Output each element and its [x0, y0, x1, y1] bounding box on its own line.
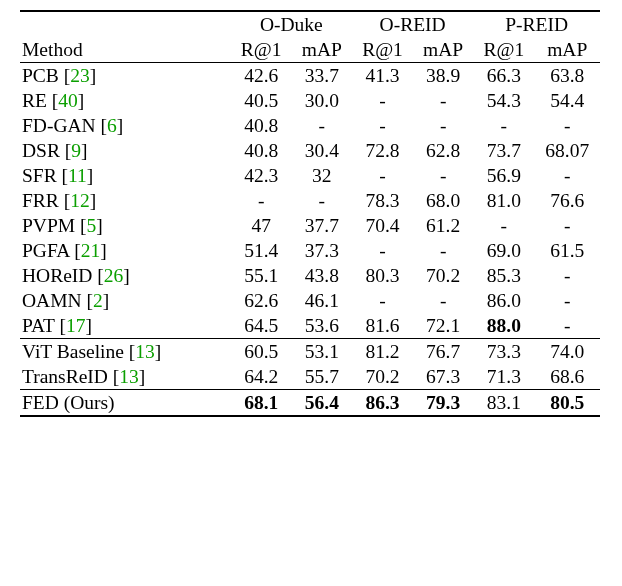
method-name: FRR: [22, 190, 59, 211]
method-name: FED (Ours): [22, 392, 115, 413]
cell: -: [413, 238, 473, 263]
cell: 54.4: [534, 88, 600, 113]
cell: 51.4: [231, 238, 292, 263]
cell: -: [352, 238, 413, 263]
citation-link[interactable]: 11: [68, 165, 87, 186]
col-sub: mAP: [534, 37, 600, 63]
table-row: PVPM [5] 47 37.7 70.4 61.2 - -: [20, 213, 600, 238]
cell: 30.0: [292, 88, 352, 113]
cell: 43.8: [292, 263, 352, 288]
cell: 62.6: [231, 288, 292, 313]
cell: 46.1: [292, 288, 352, 313]
table-row: PGFA [21] 51.4 37.3 - - 69.0 61.5: [20, 238, 600, 263]
method-name: TransReID: [22, 366, 108, 387]
cell: 40.5: [231, 88, 292, 113]
cell: 53.6: [292, 313, 352, 339]
method-name: PCB: [22, 65, 59, 86]
method-header: Method: [20, 37, 231, 63]
cell: -: [534, 313, 600, 339]
table-row: FRR [12] - - 78.3 68.0 81.0 76.6: [20, 188, 600, 213]
cell: 42.3: [231, 163, 292, 188]
cell: 86.0: [473, 288, 534, 313]
cell: -: [534, 213, 600, 238]
cell: -: [352, 288, 413, 313]
col-sub: mAP: [413, 37, 473, 63]
citation-link[interactable]: 2: [93, 290, 103, 311]
cell: 72.1: [413, 313, 473, 339]
cell: 76.6: [534, 188, 600, 213]
cell: 73.7: [473, 138, 534, 163]
cell: 81.6: [352, 313, 413, 339]
table-row: FD-GAN [6] 40.8 - - - - -: [20, 113, 600, 138]
table-row: RE [40] 40.5 30.0 - - 54.3 54.4: [20, 88, 600, 113]
cell: -: [413, 163, 473, 188]
cell: 68.0: [413, 188, 473, 213]
cell: 74.0: [534, 339, 600, 365]
table-row: DSR [9] 40.8 30.4 72.8 62.8 73.7 68.07: [20, 138, 600, 163]
cell: 72.8: [352, 138, 413, 163]
results-table: O-Duke O-REID P-REID Method R@1 mAP R@1 …: [20, 10, 600, 417]
table-row: PCB [23] 42.6 33.7 41.3 38.9 66.3 63.8: [20, 63, 600, 89]
cell: 62.8: [413, 138, 473, 163]
cell: 55.7: [292, 364, 352, 390]
citation-link[interactable]: 5: [87, 215, 97, 236]
table-row: FED (Ours) 68.1 56.4 86.3 79.3 83.1 80.5: [20, 390, 600, 417]
cell: -: [473, 113, 534, 138]
citation-link[interactable]: 12: [70, 190, 90, 211]
cell: 85.3: [473, 263, 534, 288]
cell: -: [534, 263, 600, 288]
method-name: PVPM: [22, 215, 75, 236]
col-sub: R@1: [231, 37, 292, 63]
cell: -: [352, 113, 413, 138]
citation-link[interactable]: 26: [104, 265, 124, 286]
cell: -: [534, 288, 600, 313]
cell: -: [292, 188, 352, 213]
method-name: PAT: [22, 315, 55, 336]
citation-link[interactable]: 21: [81, 240, 101, 261]
cell: 64.5: [231, 313, 292, 339]
cell: 38.9: [413, 63, 473, 89]
cell: 56.9: [473, 163, 534, 188]
citation-link[interactable]: 13: [119, 366, 139, 387]
cell: 70.2: [413, 263, 473, 288]
cell: 80.5: [534, 390, 600, 417]
cell: 37.3: [292, 238, 352, 263]
table-row: TransReID [13] 64.2 55.7 70.2 67.3 71.3 …: [20, 364, 600, 390]
cell: -: [413, 288, 473, 313]
cell: 64.2: [231, 364, 292, 390]
col-sub: mAP: [292, 37, 352, 63]
citation-link[interactable]: 13: [135, 341, 155, 362]
cell: 69.0: [473, 238, 534, 263]
cell: 68.1: [231, 390, 292, 417]
cell: -: [231, 188, 292, 213]
method-name: PGFA: [22, 240, 69, 261]
cell: -: [473, 213, 534, 238]
method-name: DSR: [22, 140, 60, 161]
cell: 79.3: [413, 390, 473, 417]
cell: 33.7: [292, 63, 352, 89]
citation-link[interactable]: 40: [58, 90, 78, 111]
cell: 86.3: [352, 390, 413, 417]
cell: 63.8: [534, 63, 600, 89]
citation-link[interactable]: 9: [71, 140, 81, 161]
cell: 70.2: [352, 364, 413, 390]
col-group-preid: P-REID: [473, 11, 600, 37]
cell: 80.3: [352, 263, 413, 288]
method-name: FD-GAN: [22, 115, 96, 136]
cell: 42.6: [231, 63, 292, 89]
method-name: ViT Baseline: [22, 341, 124, 362]
cell: 30.4: [292, 138, 352, 163]
citation-link[interactable]: 6: [107, 115, 117, 136]
cell: 70.4: [352, 213, 413, 238]
cell: 53.1: [292, 339, 352, 365]
citation-link[interactable]: 17: [66, 315, 86, 336]
cell: 41.3: [352, 63, 413, 89]
cell: 61.2: [413, 213, 473, 238]
table-row: SFR [11] 42.3 32 - - 56.9 -: [20, 163, 600, 188]
cell: 73.3: [473, 339, 534, 365]
cell: 60.5: [231, 339, 292, 365]
cell: 83.1: [473, 390, 534, 417]
method-name: HOReID: [22, 265, 92, 286]
citation-link[interactable]: 23: [70, 65, 90, 86]
cell: 56.4: [292, 390, 352, 417]
